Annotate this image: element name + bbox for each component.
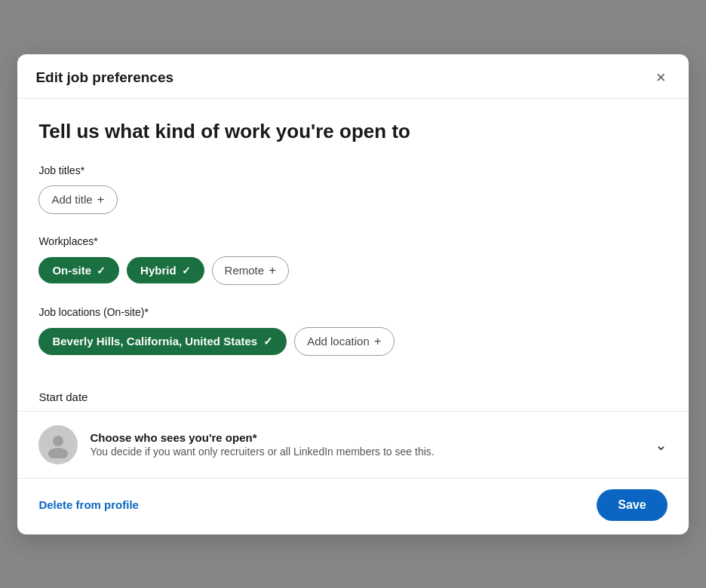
location-check-icon: ✓ (263, 335, 273, 348)
delete-from-profile-link[interactable]: Delete from profile (38, 498, 139, 511)
job-locations-label: Job locations (On-site)* (38, 306, 667, 318)
onsite-check-icon: ✓ (97, 265, 106, 277)
start-date-label: Start date (17, 377, 688, 403)
save-button[interactable]: Save (597, 489, 667, 521)
selected-location-text: Beverly Hills, California, United States (52, 335, 257, 348)
add-location-label: Add location (307, 335, 370, 348)
edit-job-preferences-modal: Edit job preferences × Tell us what kind… (17, 54, 688, 534)
svg-point-1 (48, 448, 68, 458)
hybrid-label: Hybrid (140, 264, 176, 277)
workplaces-pills: On-site ✓ Hybrid ✓ Remote + (38, 256, 667, 285)
modal-heading: Tell us what kind of work you're open to (38, 120, 667, 143)
svg-point-0 (53, 436, 63, 446)
workplace-hybrid-button[interactable]: Hybrid ✓ (127, 257, 204, 283)
chevron-down-icon: ⌄ (655, 436, 668, 454)
workplace-onsite-button[interactable]: On-site ✓ (38, 257, 119, 283)
add-location-button[interactable]: Add location + (294, 327, 394, 356)
workplace-remote-button[interactable]: Remote + (212, 256, 289, 285)
onsite-label: On-site (52, 264, 91, 277)
visibility-text: Choose who sees you're open* You decide … (90, 431, 642, 458)
add-location-plus-icon: + (374, 334, 382, 349)
visibility-description: You decide if you want only recruiters o… (90, 446, 642, 458)
remote-label: Remote (225, 264, 265, 277)
remote-plus-icon: + (269, 263, 276, 278)
visibility-section[interactable]: Choose who sees you're open* You decide … (17, 411, 688, 478)
hybrid-check-icon: ✓ (182, 265, 191, 277)
modal-title: Edit job preferences (35, 69, 173, 86)
add-title-label: Add title (51, 193, 92, 206)
job-titles-label: Job titles* (38, 164, 667, 176)
workplaces-section: Workplaces* On-site ✓ Hybrid ✓ Remote + (38, 235, 667, 285)
add-title-button[interactable]: Add title + (38, 185, 117, 214)
workplaces-label: Workplaces* (38, 235, 667, 247)
avatar (38, 425, 78, 464)
locations-pills: Beverly Hills, California, United States… (38, 327, 667, 356)
selected-location-button[interactable]: Beverly Hills, California, United States… (38, 328, 287, 355)
visibility-title: Choose who sees you're open* (90, 431, 642, 444)
modal-footer: Delete from profile Save (17, 478, 688, 534)
modal-header: Edit job preferences × (17, 54, 688, 99)
job-locations-section: Job locations (On-site)* Beverly Hills, … (38, 306, 667, 356)
modal-body: Tell us what kind of work you're open to… (17, 99, 688, 356)
job-titles-section: Job titles* Add title + (38, 164, 667, 214)
close-button[interactable]: × (652, 68, 671, 87)
plus-icon: + (97, 192, 105, 207)
